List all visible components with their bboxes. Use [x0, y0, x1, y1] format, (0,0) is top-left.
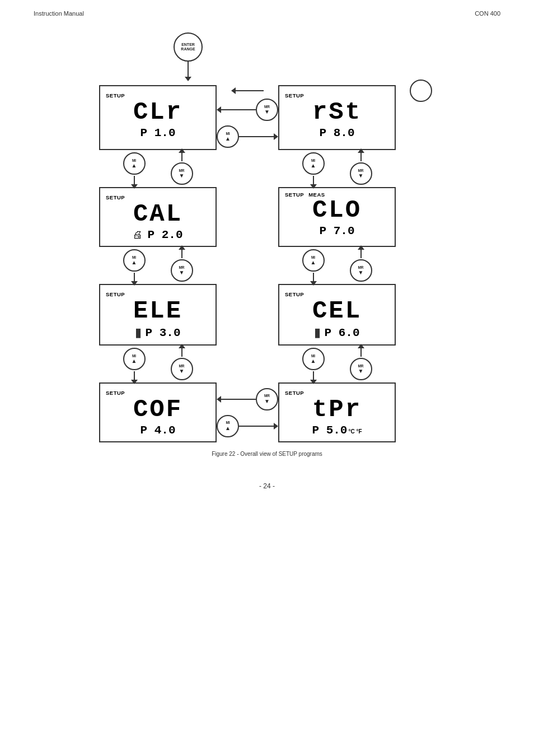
- mr-btn-left-2[interactable]: MR ▼: [171, 162, 193, 185]
- box-cel: SETUP CEL ▮ P 6.0: [278, 284, 396, 346]
- box-cal-main: CAL: [106, 202, 210, 226]
- box-ele-sub: P 3.0: [145, 326, 180, 339]
- box-tpr-suffix: °C °F: [348, 428, 362, 435]
- box-rst-sub: P 8.0: [285, 127, 389, 139]
- box-cal-sub: P 2.0: [147, 228, 182, 241]
- header-right: CON 400: [475, 10, 500, 17]
- box-cof-main: COF: [106, 397, 210, 422]
- box-tpr-main: tPr: [285, 397, 389, 422]
- box-cel-label: SETUP: [285, 291, 304, 297]
- mr-btn-1[interactable]: MR ▼: [256, 99, 278, 121]
- mr-button-row1[interactable]: [410, 80, 432, 102]
- page-number: - 24 -: [259, 482, 275, 490]
- mi-btn-bottom[interactable]: MI ▲: [217, 415, 239, 437]
- enter-range-label: ENTERRANGE: [181, 43, 195, 52]
- box-rst-main: rSt: [285, 100, 389, 124]
- box-rst-label: SETUP: [285, 92, 304, 99]
- mi-btn-left-3[interactable]: MI ▲: [123, 249, 146, 272]
- mr-btn-bottom[interactable]: MR ▼: [256, 388, 278, 410]
- printer-icon: 🖨: [133, 229, 143, 241]
- mi-btn-right-2[interactable]: MI ▲: [302, 152, 325, 175]
- mi-btn-left-4[interactable]: MI ▲: [123, 348, 146, 370]
- mi-btn-right-3[interactable]: MI ▲: [302, 249, 325, 272]
- box-clr-sub: P 1.0: [106, 127, 210, 139]
- box-cal: SETUP CAL 🖨 P 2.0: [99, 187, 217, 247]
- box-clo-sub: P 7.0: [285, 225, 389, 237]
- mi-btn-right-4[interactable]: MI ▲: [302, 348, 325, 370]
- box-cel-sub: P 6.0: [324, 326, 359, 339]
- box-clo-label: SETUP: [285, 192, 304, 198]
- box-ele-label: SETUP: [106, 291, 125, 297]
- mr-btn-left-4[interactable]: MR ▼: [171, 358, 193, 380]
- box-rst: SETUP rSt P 8.0: [278, 85, 396, 150]
- slider-icon-ele: ▮: [135, 325, 142, 340]
- box-cof-label: SETUP: [106, 390, 125, 396]
- mi-btn-1[interactable]: MI ▲: [217, 125, 239, 148]
- box-clo: SETUP MEAS CLO P 7.0: [278, 187, 396, 247]
- box-tpr-label: SETUP: [285, 390, 304, 396]
- box-ele: SETUP ELE ▮ P 3.0: [99, 284, 217, 346]
- box-cal-label: SETUP: [106, 194, 125, 200]
- box-clr: SETUP CLr P 1.0: [99, 85, 217, 150]
- box-cel-main: CEL: [285, 298, 389, 323]
- figure-caption: Figure 22 - Overall view of SETUP progra…: [212, 451, 322, 457]
- header-left: Instruction Manual: [34, 10, 84, 17]
- box-ele-main: ELE: [106, 298, 210, 323]
- mr-btn-right-3[interactable]: MR ▼: [350, 259, 372, 282]
- mr-btn-right-2[interactable]: MR ▼: [350, 162, 372, 185]
- mr-btn-right-4[interactable]: MR ▼: [350, 358, 372, 380]
- box-clr-label: SETUP: [106, 92, 125, 99]
- box-tpr: SETUP tPr P 5.0 °C °F: [278, 382, 396, 442]
- box-cof-sub: P 4.0: [106, 424, 210, 437]
- box-tpr-sub: P 5.0: [312, 424, 347, 437]
- slider-icon-cel: ▮: [314, 325, 321, 340]
- box-clr-main: CLr: [106, 100, 210, 124]
- mi-btn-left-2[interactable]: MI ▲: [123, 152, 146, 175]
- enter-range-button[interactable]: ENTERRANGE: [174, 32, 203, 62]
- box-cof: SETUP COF P 4.0: [99, 382, 217, 442]
- mr-btn-left-3[interactable]: MR ▼: [171, 259, 193, 282]
- box-clo-main: CLO: [285, 198, 389, 222]
